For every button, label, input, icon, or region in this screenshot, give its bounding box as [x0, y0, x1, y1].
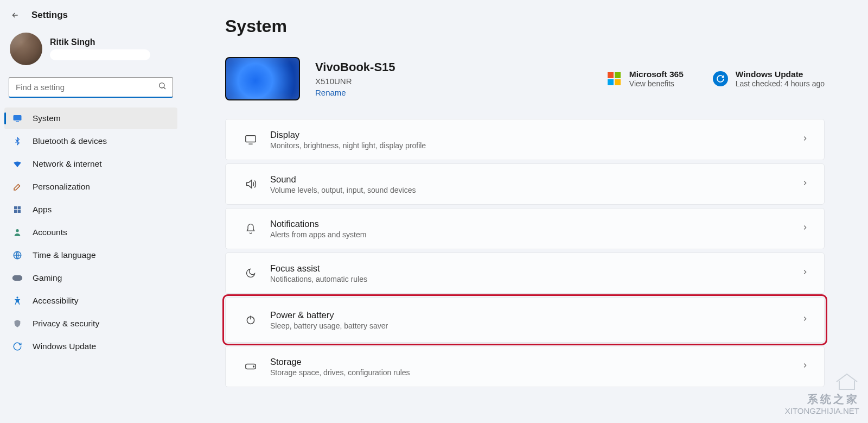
card-display[interactable]: Display Monitors, brightness, night ligh…: [225, 119, 825, 160]
tile-windows-update[interactable]: Windows Update Last checked: 4 hours ago: [713, 70, 825, 88]
device-name: VivoBook-S15: [315, 60, 395, 74]
user-account-row[interactable]: Ritik Singh: [4, 28, 177, 73]
chevron-right-icon: [801, 315, 809, 325]
sidebar-item-time-language[interactable]: Time & language: [4, 244, 177, 266]
sidebar-item-label: Gaming: [33, 273, 62, 283]
bell-icon: [241, 223, 260, 235]
sidebar-item-system[interactable]: System: [4, 108, 177, 129]
settings-cards: Display Monitors, brightness, night ligh…: [225, 119, 825, 387]
rename-link[interactable]: Rename: [315, 88, 395, 97]
back-button[interactable]: [10, 10, 21, 21]
card-title: Storage: [270, 357, 410, 367]
storage-icon: [241, 363, 260, 370]
svg-point-14: [253, 366, 254, 367]
tile-title: Microsoft 365: [629, 70, 684, 79]
search-input[interactable]: [9, 77, 173, 98]
user-name: Ritik Singh: [50, 37, 150, 47]
sidebar-item-label: Accessibility: [33, 296, 78, 306]
card-notifications[interactable]: Notifications Alerts from apps and syste…: [225, 208, 825, 249]
card-sub: Storage space, drives, configuration rul…: [270, 368, 410, 377]
sidebar-item-label: Apps: [33, 205, 52, 214]
power-icon: [241, 314, 260, 325]
sidebar-item-label: Windows Update: [33, 342, 96, 351]
main-content: System VivoBook-S15 X510UNR Rename Micro…: [182, 0, 868, 423]
nav-icon: [12, 342, 23, 351]
svg-point-10: [16, 296, 18, 298]
tile-microsoft-365[interactable]: Microsoft 365 View benefits: [607, 70, 684, 88]
svg-rect-3: [14, 206, 17, 209]
nav-icon: [12, 274, 23, 282]
card-sub: Notifications, automatic rules: [270, 275, 367, 283]
chevron-right-icon: [801, 135, 809, 144]
app-title: Settings: [31, 10, 68, 21]
card-title: Focus assist: [270, 263, 367, 274]
sidebar-item-network-internet[interactable]: Network & internet: [4, 153, 177, 175]
svg-rect-6: [18, 210, 21, 213]
chevron-right-icon: [801, 268, 809, 278]
nav-icon: [12, 205, 23, 214]
sound-icon: [241, 178, 260, 190]
sidebar: Settings Ritik Singh System Bluetooth & …: [0, 0, 182, 423]
sidebar-item-label: Privacy & security: [33, 319, 99, 329]
microsoft-365-icon: [607, 71, 622, 86]
sidebar-item-label: Bluetooth & devices: [33, 136, 107, 146]
sidebar-item-label: Network & internet: [33, 159, 102, 169]
sidebar-item-privacy-security[interactable]: Privacy & security: [4, 313, 177, 334]
card-title: Notifications: [270, 219, 366, 229]
sidebar-nav: System Bluetooth & devices Network & int…: [4, 105, 177, 359]
sidebar-item-label: Accounts: [33, 228, 67, 237]
card-sound[interactable]: Sound Volume levels, output, input, soun…: [225, 163, 825, 205]
card-title: Sound: [270, 174, 416, 185]
card-sub: Monitors, brightness, night light, displ…: [270, 141, 426, 150]
card-sub: Alerts from apps and system: [270, 230, 366, 239]
page-title: System: [225, 16, 825, 36]
nav-icon: [12, 250, 23, 260]
device-row: VivoBook-S15 X510UNR Rename Microsoft 36…: [225, 57, 825, 100]
svg-rect-2: [16, 121, 19, 122]
nav-icon: [12, 228, 23, 237]
sidebar-item-windows-update[interactable]: Windows Update: [4, 336, 177, 357]
sidebar-item-label: Time & language: [33, 250, 96, 260]
chevron-right-icon: [801, 179, 809, 189]
avatar: [10, 33, 42, 65]
sync-icon: [713, 71, 728, 86]
tile-title: Windows Update: [736, 70, 825, 79]
card-title: Power & battery: [270, 310, 388, 320]
card-sub: Volume levels, output, input, sound devi…: [270, 186, 416, 194]
card-power-battery[interactable]: Power & battery Sleep, battery usage, ba…: [225, 297, 825, 343]
nav-icon: [12, 182, 23, 192]
nav-icon: [12, 136, 23, 146]
card-focus-assist[interactable]: Focus assist Notifications, automatic ru…: [225, 252, 825, 294]
moon-icon: [241, 268, 260, 279]
user-email-placeholder: [50, 49, 150, 60]
sidebar-item-label: Personalization: [33, 182, 90, 192]
sidebar-item-accessibility[interactable]: Accessibility: [4, 290, 177, 312]
svg-rect-1: [14, 115, 22, 121]
display-icon: [241, 134, 260, 146]
svg-rect-5: [14, 210, 17, 213]
svg-rect-4: [18, 206, 21, 209]
tile-sub: Last checked: 4 hours ago: [736, 79, 825, 88]
nav-icon: [12, 296, 23, 306]
device-thumbnail[interactable]: [225, 57, 300, 100]
card-storage[interactable]: Storage Storage space, drives, configura…: [225, 346, 825, 387]
nav-icon: [12, 113, 23, 123]
sidebar-item-personalization[interactable]: Personalization: [4, 176, 177, 198]
card-sub: Sleep, battery usage, battery saver: [270, 321, 388, 330]
sidebar-item-gaming[interactable]: Gaming: [4, 267, 177, 289]
nav-icon: [12, 319, 23, 329]
chevron-right-icon: [801, 224, 809, 233]
svg-point-7: [16, 229, 18, 232]
sidebar-item-accounts[interactable]: Accounts: [4, 222, 177, 243]
sidebar-item-label: System: [33, 113, 61, 123]
chevron-right-icon: [801, 362, 809, 371]
svg-rect-9: [12, 275, 22, 281]
nav-icon: [12, 159, 23, 169]
svg-rect-11: [246, 136, 256, 142]
sidebar-item-apps[interactable]: Apps: [4, 199, 177, 220]
card-title: Display: [270, 130, 426, 140]
device-model: X510UNR: [315, 77, 395, 86]
tile-sub: View benefits: [629, 79, 684, 88]
sidebar-item-bluetooth-devices[interactable]: Bluetooth & devices: [4, 130, 177, 152]
